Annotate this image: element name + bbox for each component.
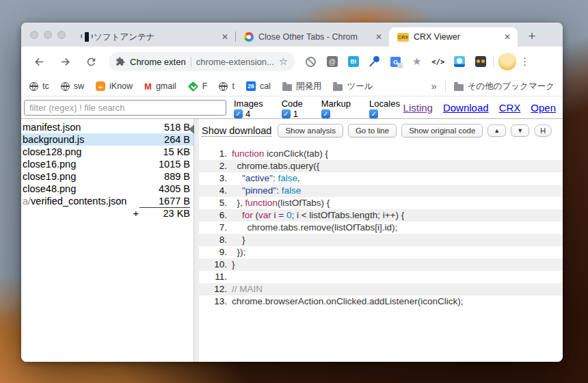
browser-tab-3[interactable]: CRXCRX Viewer✕ (389, 27, 518, 47)
tab-title: ソフトアンテナ (94, 31, 215, 43)
type-filters: Images✓4Code✓1Markup✓Locales✓ (226, 99, 400, 118)
code-icon-slot[interactable]: </> (430, 54, 446, 69)
prev-match-button[interactable]: ▲ (487, 124, 506, 137)
pane-divider[interactable] (193, 119, 199, 362)
filter-group-markup: Markup✓ (321, 99, 351, 118)
bookmark-item[interactable]: ツール (333, 81, 373, 92)
camera-icon-slot[interactable] (451, 54, 467, 69)
translate-icon-slot[interactable]: G (388, 54, 403, 69)
go-to-line-button[interactable]: Go to line (348, 124, 397, 137)
close-window-button[interactable] (30, 31, 38, 39)
file-path-prefix: a/ (23, 196, 31, 207)
minimize-window-button[interactable] (44, 31, 52, 39)
tab-close-button[interactable]: ✕ (220, 32, 230, 42)
code-checkbox[interactable]: ✓ (282, 109, 291, 118)
new-tab-button[interactable]: + (523, 27, 541, 45)
crx-link[interactable]: CRX (499, 102, 521, 114)
tab-title: CRX Viewer (414, 32, 498, 42)
toolbar-separator (493, 55, 494, 68)
bookmark-item[interactable]: sw (61, 81, 84, 91)
file-size: 518 B (164, 121, 190, 133)
url-text[interactable]: chrome-extension... (196, 57, 274, 67)
file-row[interactable]: close128.png15 KB (21, 146, 193, 158)
file-size: 23 KB (149, 207, 190, 220)
highlight-button[interactable]: H (534, 124, 552, 137)
markup-checkbox[interactable]: ✓ (321, 109, 330, 118)
filter-group-locales: Locales✓ (369, 99, 400, 118)
locales-checkbox[interactable]: ✓ (369, 109, 378, 118)
extension-name-chip: Chrome exten (130, 57, 186, 67)
bookmark-label: ツール (347, 81, 373, 92)
line-number: 11. (199, 271, 232, 283)
bookmark-star-icon[interactable]: ☆ (279, 55, 288, 68)
at-icon: @ (327, 56, 338, 67)
line-content: for (var i = 0; i < listOfTabs.length; i… (232, 209, 563, 222)
show-analysis-button[interactable]: Show analysis (278, 124, 343, 137)
browser-tab-2[interactable]: Close Other Tabs - Chrom✕ (236, 27, 389, 47)
bi-icon-slot[interactable]: BI (345, 54, 361, 69)
download-link[interactable]: Download (443, 102, 489, 114)
browser-menu-button[interactable]: ⋮ (516, 55, 533, 68)
line-number: 5. (199, 197, 232, 209)
line-number: 6. (199, 209, 232, 222)
total-plus-sign: + (133, 207, 139, 220)
line-number: 2. (199, 160, 232, 172)
code-line: 3. "active": false, (199, 172, 563, 185)
code-pane: Show download Show analysisGo to lineSho… (199, 119, 563, 362)
line-content: "pinned": false (232, 185, 563, 197)
star-icon-slot[interactable]: ★ (409, 54, 425, 69)
tabs-container: ソフトアンテナ✕Close Other Tabs - Chrom✕CRXCRX … (77, 23, 518, 47)
tab-close-button[interactable]: ✕ (374, 32, 384, 42)
file-row[interactable]: a/verified_contents.json1677 B (21, 195, 193, 207)
translate-icon: G (390, 57, 401, 67)
file-row[interactable]: close16.png1015 B (21, 158, 193, 170)
at-icon-slot[interactable]: @ (324, 54, 340, 69)
file-row[interactable]: close48.png4305 B (21, 183, 193, 195)
bookmark-item[interactable]: iKnow (96, 81, 133, 91)
bookmarks-overflow-chevron[interactable]: » (423, 81, 445, 92)
filter-input[interactable] (24, 100, 226, 116)
folder-icon (282, 84, 292, 91)
browser-tab-1[interactable]: ソフトアンテナ✕ (77, 27, 235, 47)
antenna-icon (85, 32, 89, 42)
zoom-window-button[interactable] (57, 31, 66, 39)
other-bookmarks-button[interactable]: その他のブックマーク (454, 81, 554, 92)
filter-label: Locales (369, 99, 400, 108)
block-icon-slot[interactable] (303, 54, 319, 69)
tab-close-button[interactable]: ✕ (503, 32, 512, 42)
extension-icons: @BIG★</> (303, 54, 488, 69)
collapse-handle-icon[interactable] (189, 124, 194, 134)
bookmark-item[interactable]: F (188, 81, 208, 91)
profile-avatar[interactable] (498, 53, 516, 70)
bookmark-item[interactable]: Mgmail (144, 81, 176, 92)
file-row[interactable]: close19.png889 B (21, 170, 193, 183)
bookmark-item[interactable]: 開発用 (282, 81, 322, 92)
forward-button[interactable] (57, 53, 73, 70)
next-match-button[interactable]: ▼ (511, 124, 529, 137)
listing-link[interactable]: Listing (403, 102, 433, 114)
reload-button[interactable] (83, 53, 99, 70)
code-line: 1.function iconClick(tab) { (199, 148, 563, 160)
bookmark-item[interactable]: 26cal (246, 81, 271, 91)
bookmark-item[interactable]: tc (29, 81, 49, 91)
pin-icon-slot[interactable] (366, 54, 382, 69)
file-row[interactable]: manifest.json518 B (21, 121, 193, 133)
file-name: close48.png (23, 183, 76, 195)
bookmark-item[interactable]: t (219, 81, 234, 91)
back-button[interactable] (31, 53, 47, 70)
file-total-row: +23 KB (21, 207, 193, 220)
bookmark-label: iKnow (109, 81, 133, 91)
show-download-link[interactable]: Show download (202, 125, 271, 137)
file-size: 1015 B (159, 158, 190, 170)
filter-group-code: Code✓1 (282, 99, 303, 118)
file-row[interactable]: background.js264 B (21, 133, 193, 146)
file-name: manifest.json (23, 121, 81, 133)
code-buttons: Show analysisGo to lineShow original cod… (278, 124, 552, 137)
iknow-icon (96, 81, 105, 91)
open-link[interactable]: Open (531, 102, 556, 114)
ninja-icon-slot[interactable] (472, 54, 488, 69)
show-original-code-button[interactable]: Show original code (401, 124, 483, 137)
images-checkbox[interactable]: ✓ (234, 109, 243, 118)
omnibox[interactable]: Chrome exten chrome-extension... ☆ (109, 52, 295, 71)
filter-label: Images (234, 99, 263, 108)
